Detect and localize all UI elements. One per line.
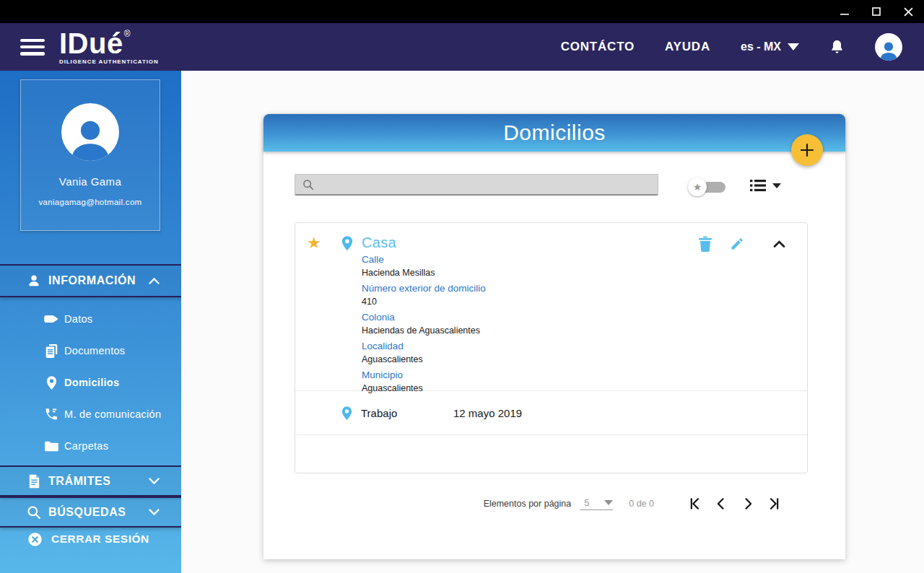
sidebar-section-informacion[interactable]: INFORMACIÓN	[0, 264, 181, 297]
page-title: Domicilios	[503, 121, 606, 145]
delete-address-button[interactable]	[698, 236, 712, 252]
sidebar-section-label: BÚSQUEDAS	[48, 506, 126, 519]
edit-address-button[interactable]	[730, 237, 744, 251]
profile-email: vaniagamag@hotmail.com	[39, 198, 142, 206]
close-icon[interactable]	[892, 0, 924, 23]
minimize-icon[interactable]	[829, 0, 860, 23]
phone-icon	[43, 407, 59, 421]
add-address-button[interactable]	[791, 134, 823, 166]
search-bar	[295, 174, 658, 196]
page-range-label: 0 de 0	[629, 499, 654, 509]
card-icon	[43, 313, 59, 325]
logo-registered-mark: ®	[124, 30, 131, 38]
field-label: Número exterior de domicilio	[362, 283, 486, 294]
field-colonia: Colonia Haciendas de Aguascalientes	[362, 312, 486, 336]
sidebar-item-domicilios[interactable]: Domicilios	[0, 367, 181, 398]
address-row-casa: ★ Casa	[295, 223, 807, 391]
profile-card: Vania Gama vaniagamag@hotmail.com	[20, 79, 160, 231]
profile-avatar	[61, 103, 119, 161]
sidebar-item-label: Domicilios	[64, 377, 119, 388]
logout-button[interactable]: CERRAR SESIÓN	[0, 528, 181, 550]
page-size-select[interactable]: 5	[580, 497, 613, 510]
field-calle: Calle Hacienda Mesillas	[362, 254, 486, 279]
language-selector[interactable]: es - MX	[741, 40, 799, 53]
chevron-right-icon	[741, 497, 755, 511]
items-per-page-label: Elementos por página	[484, 499, 572, 509]
field-value: 410	[362, 297, 486, 307]
pencil-icon	[730, 237, 744, 251]
last-page-button[interactable]	[767, 497, 782, 511]
logo-title: IDué	[59, 29, 123, 58]
field-value: Hacienda Mesillas	[362, 268, 486, 279]
person-icon	[26, 274, 42, 288]
sidebar-item-label: M. de comunicación	[64, 408, 161, 420]
chevron-down-icon	[604, 500, 613, 505]
address-name: Trabajo	[361, 407, 453, 419]
search-icon	[302, 179, 314, 191]
sidebar-item-label: Carpetas	[64, 440, 108, 452]
chevron-down-icon	[788, 43, 799, 51]
chevron-up-icon	[149, 278, 160, 284]
field-label: Colonia	[362, 312, 486, 323]
sidebar-item-datos[interactable]: Datos	[0, 303, 181, 335]
documents-icon	[43, 344, 59, 359]
logo-subtitle: DILIGENCE AUTHENTICATION	[59, 58, 159, 65]
logout-label: CERRAR SESIÓN	[51, 533, 149, 546]
list-view-menu[interactable]	[749, 179, 781, 192]
app-logo: IDué ® DILIGENCE AUTHENTICATION	[59, 29, 159, 65]
map-pin-icon	[341, 406, 352, 421]
sidebar-item-label: Documentos	[64, 345, 125, 357]
user-avatar[interactable]	[875, 33, 902, 61]
main-content: Domicilios ★	[181, 71, 924, 573]
field-localidad: Localidad Aguascalientes	[362, 341, 486, 365]
sidebar-item-documentos[interactable]: Documentos	[0, 335, 181, 367]
language-value: es - MX	[741, 40, 781, 53]
paginator: Elementos por página 5 0 de 0	[263, 494, 845, 513]
sidebar-item-label: Datos	[64, 313, 92, 325]
document-icon	[26, 474, 42, 489]
sidebar-section-busquedas[interactable]: BÚSQUEDAS	[0, 497, 181, 528]
address-date: 12 mayo 2019	[453, 407, 522, 419]
field-municipio: Municipio Aguascalientes	[362, 369, 486, 394]
list-icon	[749, 179, 767, 192]
field-label: Localidad	[362, 341, 486, 352]
folder-icon	[43, 440, 59, 452]
trash-icon	[698, 236, 712, 252]
maximize-icon[interactable]	[860, 0, 892, 23]
empty-row	[295, 435, 807, 473]
notifications-bell-icon[interactable]	[829, 38, 845, 56]
collapse-row-button[interactable]	[773, 240, 785, 248]
address-list: ★ Casa	[295, 222, 808, 473]
field-value: Aguascalientes	[362, 354, 486, 365]
favorite-star-icon[interactable]: ★	[307, 235, 321, 251]
contact-link[interactable]: CONTÁCTO	[561, 40, 635, 54]
field-label: Calle	[362, 254, 486, 266]
menu-icon[interactable]	[20, 39, 45, 56]
search-input[interactable]	[314, 179, 658, 191]
next-page-button[interactable]	[741, 497, 755, 511]
domicilios-card: Domicilios ★	[263, 114, 845, 559]
favorites-filter-toggle[interactable]: ★	[688, 178, 725, 196]
profile-name: Vania Gama	[59, 175, 121, 188]
chevron-down-icon	[772, 183, 781, 188]
sidebar-item-m-de-comunicacion[interactable]: M. de comunicación	[0, 398, 181, 430]
sidebar-item-carpetas[interactable]: Carpetas	[0, 430, 181, 462]
search-icon	[26, 505, 42, 520]
sidebar-section-tramites[interactable]: TRÁMITES	[0, 465, 181, 497]
field-value: Aguascalientes	[362, 383, 486, 394]
app-header: IDué ® DILIGENCE AUTHENTICATION CONTÁCTO…	[0, 23, 924, 71]
sidebar: Vania Gama vaniagamag@hotmail.com INFORM…	[0, 71, 181, 573]
previous-page-button[interactable]	[714, 497, 728, 511]
plus-icon	[799, 142, 815, 158]
sidebar-section-label: INFORMACIÓN	[48, 274, 136, 287]
chevron-down-icon	[149, 478, 160, 484]
help-link[interactable]: AYUDA	[665, 40, 710, 54]
sidebar-info-items: Datos Documentos Domicilios	[0, 303, 181, 462]
card-header: Domicilios	[263, 114, 845, 152]
field-label: Municipio	[362, 369, 486, 381]
field-value: Haciendas de Aguascalientes	[362, 325, 486, 336]
chevron-up-icon	[773, 240, 785, 248]
close-circle-icon	[27, 532, 43, 547]
first-page-icon	[687, 497, 702, 511]
first-page-button[interactable]	[687, 497, 702, 511]
